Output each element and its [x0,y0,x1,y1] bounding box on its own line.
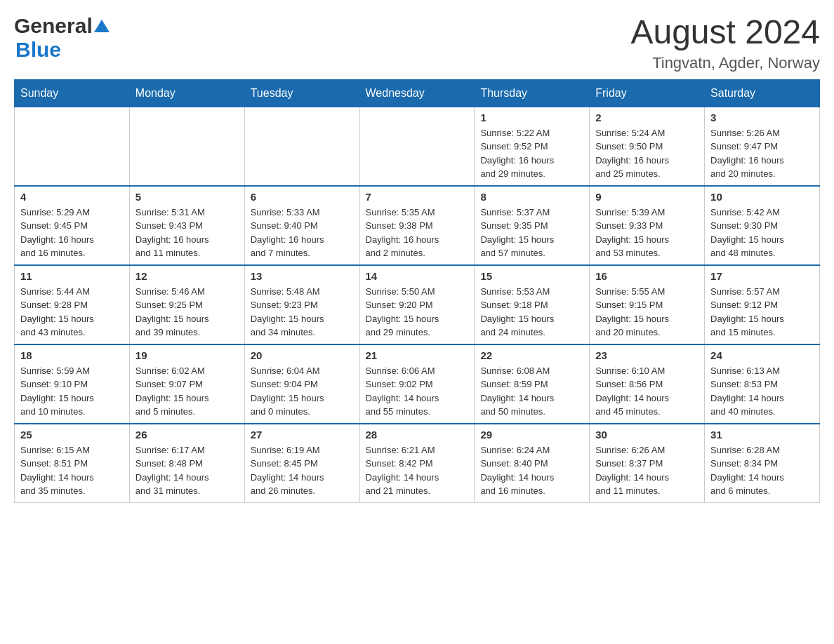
calendar-week-row: 18Sunrise: 5:59 AM Sunset: 9:10 PM Dayli… [15,344,820,424]
day-number: 26 [135,429,239,441]
calendar-day-cell: 6Sunrise: 5:33 AM Sunset: 9:40 PM Daylig… [244,186,359,265]
calendar-day-cell: 20Sunrise: 6:04 AM Sunset: 9:04 PM Dayli… [244,344,359,424]
calendar-day-cell: 25Sunrise: 6:15 AM Sunset: 8:51 PM Dayli… [15,424,130,503]
calendar-day-cell: 11Sunrise: 5:44 AM Sunset: 9:28 PM Dayli… [15,265,130,344]
day-number: 21 [366,349,469,361]
weekday-header-saturday: Saturday [705,79,820,107]
day-info: Sunrise: 5:37 AM Sunset: 9:35 PM Dayligh… [480,206,583,260]
calendar-day-cell: 14Sunrise: 5:50 AM Sunset: 9:20 PM Dayli… [359,265,475,344]
weekday-header-monday: Monday [129,79,244,107]
day-info: Sunrise: 5:46 AM Sunset: 9:25 PM Dayligh… [135,285,239,340]
calendar-week-row: 4Sunrise: 5:29 AM Sunset: 9:45 PM Daylig… [15,186,820,265]
month-title: August 2024 [630,14,820,51]
calendar-day-cell [129,107,244,186]
logo-blue-text: Blue [15,38,61,62]
calendar-day-cell: 7Sunrise: 5:35 AM Sunset: 9:38 PM Daylig… [359,186,475,265]
logo-general-text: General [14,14,93,38]
day-info: Sunrise: 6:21 AM Sunset: 8:42 PM Dayligh… [366,443,469,498]
calendar-day-cell: 12Sunrise: 5:46 AM Sunset: 9:25 PM Dayli… [129,265,244,344]
calendar-day-cell: 13Sunrise: 5:48 AM Sunset: 9:23 PM Dayli… [244,265,359,344]
day-info: Sunrise: 5:44 AM Sunset: 9:28 PM Dayligh… [20,285,124,340]
calendar-day-cell: 16Sunrise: 5:55 AM Sunset: 9:15 PM Dayli… [590,265,705,344]
day-info: Sunrise: 6:06 AM Sunset: 9:02 PM Dayligh… [366,364,469,419]
day-number: 18 [20,349,124,361]
day-info: Sunrise: 6:13 AM Sunset: 8:53 PM Dayligh… [710,364,814,419]
logo: General Blue [14,14,110,62]
calendar-day-cell: 15Sunrise: 5:53 AM Sunset: 9:18 PM Dayli… [475,265,590,344]
day-number: 28 [366,429,469,441]
day-info: Sunrise: 5:22 AM Sunset: 9:52 PM Dayligh… [480,126,583,181]
calendar-day-cell: 4Sunrise: 5:29 AM Sunset: 9:45 PM Daylig… [15,186,130,265]
title-section: August 2024 Tingvatn, Agder, Norway [630,14,820,72]
day-info: Sunrise: 5:33 AM Sunset: 9:40 PM Dayligh… [251,206,354,260]
weekday-header-tuesday: Tuesday [244,79,359,107]
day-info: Sunrise: 6:26 AM Sunset: 8:37 PM Dayligh… [595,443,699,498]
weekday-header-row: SundayMondayTuesdayWednesdayThursdayFrid… [15,79,820,107]
svg-marker-0 [94,20,110,32]
calendar-day-cell: 24Sunrise: 6:13 AM Sunset: 8:53 PM Dayli… [705,344,820,424]
day-number: 4 [20,191,124,203]
calendar-day-cell: 8Sunrise: 5:37 AM Sunset: 9:35 PM Daylig… [475,186,590,265]
calendar-day-cell: 3Sunrise: 5:26 AM Sunset: 9:47 PM Daylig… [705,107,820,186]
day-number: 15 [480,270,583,282]
day-info: Sunrise: 6:04 AM Sunset: 9:04 PM Dayligh… [251,364,354,419]
calendar-day-cell: 22Sunrise: 6:08 AM Sunset: 8:59 PM Dayli… [475,344,590,424]
day-number: 17 [710,270,814,282]
day-number: 10 [710,191,814,203]
day-info: Sunrise: 6:17 AM Sunset: 8:48 PM Dayligh… [135,443,239,498]
weekday-header-sunday: Sunday [15,79,130,107]
day-number: 29 [480,429,583,441]
calendar-day-cell: 21Sunrise: 6:06 AM Sunset: 9:02 PM Dayli… [359,344,475,424]
calendar-day-cell: 31Sunrise: 6:28 AM Sunset: 8:34 PM Dayli… [705,424,820,503]
calendar-day-cell: 27Sunrise: 6:19 AM Sunset: 8:45 PM Dayli… [244,424,359,503]
calendar-day-cell: 17Sunrise: 5:57 AM Sunset: 9:12 PM Dayli… [705,265,820,344]
day-info: Sunrise: 5:59 AM Sunset: 9:10 PM Dayligh… [20,364,124,419]
calendar-day-cell: 10Sunrise: 5:42 AM Sunset: 9:30 PM Dayli… [705,186,820,265]
day-number: 1 [480,112,583,123]
day-number: 11 [20,270,124,282]
day-info: Sunrise: 5:26 AM Sunset: 9:47 PM Dayligh… [710,126,814,181]
calendar-day-cell: 2Sunrise: 5:24 AM Sunset: 9:50 PM Daylig… [590,107,705,186]
day-number: 16 [595,270,699,282]
day-number: 25 [20,429,124,441]
day-info: Sunrise: 5:55 AM Sunset: 9:15 PM Dayligh… [595,285,699,340]
day-number: 31 [710,429,814,441]
location-subtitle: Tingvatn, Agder, Norway [630,54,820,72]
day-number: 13 [251,270,354,282]
calendar-day-cell [244,107,359,186]
day-info: Sunrise: 5:29 AM Sunset: 9:45 PM Dayligh… [20,206,124,260]
day-number: 12 [135,270,239,282]
day-number: 8 [480,191,583,203]
day-info: Sunrise: 6:08 AM Sunset: 8:59 PM Dayligh… [480,364,583,419]
calendar-day-cell: 5Sunrise: 5:31 AM Sunset: 9:43 PM Daylig… [129,186,244,265]
calendar-day-cell: 29Sunrise: 6:24 AM Sunset: 8:40 PM Dayli… [475,424,590,503]
day-number: 24 [710,349,814,361]
day-info: Sunrise: 5:48 AM Sunset: 9:23 PM Dayligh… [251,285,354,340]
calendar-week-row: 1Sunrise: 5:22 AM Sunset: 9:52 PM Daylig… [15,107,820,186]
calendar-table: SundayMondayTuesdayWednesdayThursdayFrid… [14,79,820,503]
calendar-day-cell: 30Sunrise: 6:26 AM Sunset: 8:37 PM Dayli… [590,424,705,503]
day-number: 7 [366,191,469,203]
day-info: Sunrise: 5:24 AM Sunset: 9:50 PM Dayligh… [595,126,699,181]
calendar-day-cell: 9Sunrise: 5:39 AM Sunset: 9:33 PM Daylig… [590,186,705,265]
day-number: 23 [595,349,699,361]
day-info: Sunrise: 5:50 AM Sunset: 9:20 PM Dayligh… [366,285,469,340]
calendar-week-row: 25Sunrise: 6:15 AM Sunset: 8:51 PM Dayli… [15,424,820,503]
day-number: 19 [135,349,239,361]
day-info: Sunrise: 6:10 AM Sunset: 8:56 PM Dayligh… [595,364,699,419]
day-number: 30 [595,429,699,441]
day-info: Sunrise: 6:24 AM Sunset: 8:40 PM Dayligh… [480,443,583,498]
calendar-week-row: 11Sunrise: 5:44 AM Sunset: 9:28 PM Dayli… [15,265,820,344]
day-info: Sunrise: 6:19 AM Sunset: 8:45 PM Dayligh… [251,443,354,498]
day-info: Sunrise: 5:39 AM Sunset: 9:33 PM Dayligh… [595,206,699,260]
calendar-day-cell: 19Sunrise: 6:02 AM Sunset: 9:07 PM Dayli… [129,344,244,424]
logo-triangle-icon [94,18,110,34]
day-number: 27 [251,429,354,441]
day-number: 20 [251,349,354,361]
weekday-header-thursday: Thursday [475,79,590,107]
calendar-day-cell [359,107,475,186]
calendar-day-cell [15,107,130,186]
calendar-day-cell: 26Sunrise: 6:17 AM Sunset: 8:48 PM Dayli… [129,424,244,503]
day-info: Sunrise: 6:28 AM Sunset: 8:34 PM Dayligh… [710,443,814,498]
calendar-day-cell: 1Sunrise: 5:22 AM Sunset: 9:52 PM Daylig… [475,107,590,186]
